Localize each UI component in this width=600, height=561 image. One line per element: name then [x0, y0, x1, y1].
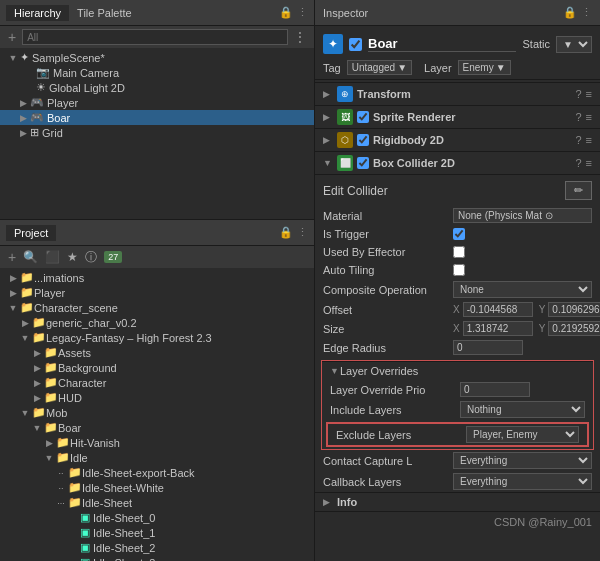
include-layers-dropdown[interactable]: Nothing [460, 401, 585, 418]
list-item[interactable]: ▶ 📁 ...imations [0, 270, 314, 285]
gameobject-name[interactable]: Boar [368, 36, 516, 52]
folder-icon: 📁 [20, 286, 34, 299]
settings-icon[interactable]: ≡ [586, 88, 592, 100]
layer-overrides-header[interactable]: ▼ Layer Overrides [322, 361, 593, 380]
scene-label: SampleScene* [32, 52, 105, 64]
size-x-input[interactable] [463, 321, 533, 336]
list-item[interactable]: ▼ 📁 Boar [0, 420, 314, 435]
composite-operation-dropdown[interactable]: None [453, 281, 592, 298]
offset-y-input[interactable] [548, 302, 600, 317]
sprite-renderer-checkbox[interactable] [357, 111, 369, 123]
project-add-button[interactable]: + [6, 249, 18, 265]
lock-icon[interactable]: 🔒 [279, 6, 293, 19]
list-item[interactable]: ▣ Idle-Sheet_2 [0, 540, 314, 555]
scene-options-icon[interactable]: ⋮ [292, 30, 308, 44]
search-icon[interactable]: 🔍 [21, 250, 40, 264]
search-input[interactable] [22, 29, 288, 45]
more-icon[interactable]: ⋮ [297, 6, 308, 19]
collider-checkbox[interactable] [357, 157, 369, 169]
size-y-input[interactable] [548, 321, 600, 336]
callback-layers-dropdown[interactable]: Everything [453, 473, 592, 490]
list-item[interactable]: ▼ 📁 Idle [0, 450, 314, 465]
list-item[interactable]: ▶ 📁 generic_char_v0.2 [0, 315, 314, 330]
layer-override-priority-input[interactable] [460, 382, 530, 397]
auto-tiling-checkbox[interactable] [453, 264, 465, 276]
list-item[interactable]: ▣ Idle-Sheet_0 [0, 510, 314, 525]
project-header: Project 🔒 ⋮ [0, 220, 314, 246]
component-info[interactable]: ▶ Info [315, 492, 600, 511]
edge-radius-input[interactable] [453, 340, 523, 355]
list-item[interactable]: ▶ 📁 Player [0, 285, 314, 300]
help-icon[interactable]: ? [575, 88, 581, 100]
item-label: ...imations [34, 272, 84, 284]
material-value[interactable]: None (Physics Mat ⊙ [453, 208, 592, 223]
arrow: ▼ [20, 333, 30, 343]
rigidbody-checkbox[interactable] [357, 134, 369, 146]
list-item[interactable]: ▶ 📁 Character [0, 375, 314, 390]
list-item[interactable]: ▶ 🎮 Player [0, 95, 314, 110]
lock-icon-inspector[interactable]: 🔒 [563, 6, 577, 19]
help-icon[interactable]: ? [575, 134, 581, 146]
settings-icon[interactable]: ≡ [586, 134, 592, 146]
edit-collider-button[interactable]: ✏ [565, 181, 592, 200]
is-trigger-checkbox[interactable] [453, 228, 465, 240]
component-rigidbody-2d[interactable]: ▶ ⬡ Rigidbody 2D ? ≡ [315, 128, 600, 151]
list-item[interactable]: ▶ 📁 Background [0, 360, 314, 375]
list-item[interactable]: ·· 📁 Idle-Sheet-export-Back [0, 465, 314, 480]
layer-override-priority-row: Layer Override Prio [322, 380, 593, 399]
item-label: Idle-Sheet_0 [93, 512, 155, 524]
settings-icon[interactable]: ≡ [586, 111, 592, 123]
list-item[interactable]: ▼ 📁 Mob [0, 405, 314, 420]
gameobject-active-checkbox[interactable] [349, 38, 362, 51]
list-item[interactable]: ▶ 🎮 Boar [0, 110, 314, 125]
list-item[interactable]: ▣ Idle-Sheet_3 [0, 555, 314, 561]
offset-x-label: X [453, 304, 460, 315]
component-transform[interactable]: ▶ ⊕ Transform ? ≡ [315, 82, 600, 105]
list-item[interactable]: ☀ Global Light 2D [0, 80, 314, 95]
list-item[interactable]: ▶ 📁 Hit-Vanish [0, 435, 314, 450]
settings-icon[interactable]: ≡ [586, 157, 592, 169]
list-item[interactable]: ▶ ⊞ Grid [0, 125, 314, 140]
info-icon[interactable]: ⓘ [83, 249, 99, 266]
lock-icon-project[interactable]: 🔒 [279, 226, 293, 239]
add-button[interactable]: + [6, 29, 18, 45]
list-item[interactable]: 📷 Main Camera [0, 65, 314, 80]
tab-project[interactable]: Project [6, 225, 56, 241]
tag-dropdown[interactable]: Untagged ▼ [347, 60, 412, 75]
list-item[interactable]: ▶ 📁 HUD [0, 390, 314, 405]
scene-root[interactable]: ▼ ✦ SampleScene* [0, 50, 314, 65]
arrow: ·· [56, 483, 66, 493]
static-dropdown[interactable]: ▼ [556, 36, 592, 53]
sprite-icon: ▣ [80, 526, 90, 539]
light-icon: ☀ [36, 81, 46, 94]
list-item[interactable]: ▣ Idle-Sheet_1 [0, 525, 314, 540]
list-item[interactable]: ·· 📁 Idle-Sheet-White [0, 480, 314, 495]
help-icon[interactable]: ? [575, 111, 581, 123]
help-icon[interactable]: ? [575, 157, 581, 169]
item-label: Main Camera [53, 67, 119, 79]
layer-dropdown[interactable]: Enemy ▼ [458, 60, 511, 75]
composite-operation-row: Composite Operation None [315, 279, 600, 300]
list-item[interactable]: ▼ 📁 Character_scene [0, 300, 314, 315]
filter-icon[interactable]: ⬛ [43, 250, 62, 264]
more-icon-project[interactable]: ⋮ [297, 226, 308, 239]
exclude-layers-dropdown[interactable]: Player, Enemy [466, 426, 579, 443]
star-icon[interactable]: ★ [65, 250, 80, 264]
comp-arrow: ▶ [323, 497, 333, 507]
item-label: generic_char_v0.2 [46, 317, 137, 329]
arrow: ▶ [32, 378, 42, 388]
offset-x-input[interactable] [463, 302, 533, 317]
used-by-effector-row: Used By Effector [315, 243, 600, 261]
component-sprite-renderer[interactable]: ▶ 🖼 Sprite Renderer ? ≡ [315, 105, 600, 128]
hierarchy-tree: ▼ ✦ SampleScene* 📷 Main Camera ☀ Global … [0, 48, 314, 219]
contact-capture-dropdown[interactable]: Everything [453, 452, 592, 469]
component-box-collider-2d[interactable]: ▼ ⬜ Box Collider 2D ? ≡ [315, 151, 600, 174]
more-icon-inspector[interactable]: ⋮ [581, 6, 592, 19]
used-by-effector-checkbox[interactable] [453, 246, 465, 258]
list-item[interactable]: ··· 📁 Idle-Sheet [0, 495, 314, 510]
tab-tile-palette[interactable]: Tile Palette [69, 5, 140, 21]
arrow: ▼ [32, 423, 42, 433]
list-item[interactable]: ▶ 📁 Assets [0, 345, 314, 360]
list-item[interactable]: ▼ 📁 Legacy-Fantasy – High Forest 2.3 [0, 330, 314, 345]
tab-hierarchy[interactable]: Hierarchy [6, 5, 69, 21]
